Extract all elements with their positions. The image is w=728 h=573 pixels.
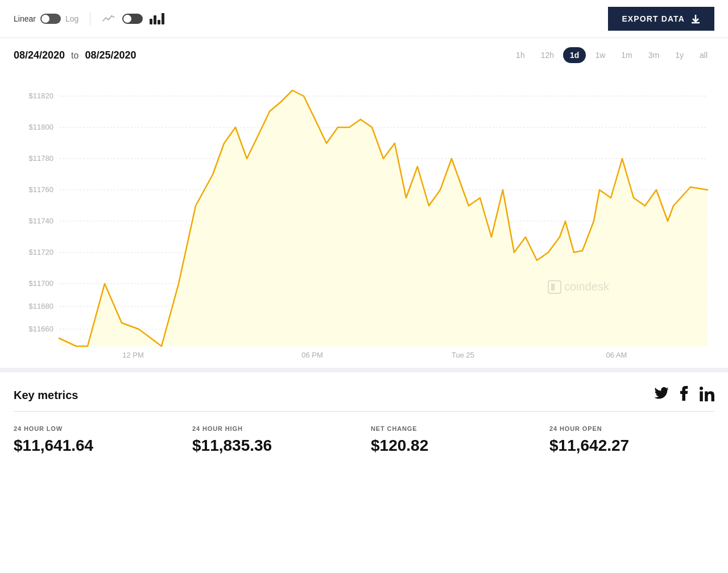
svg-text:$11720: $11720 — [29, 248, 53, 256]
svg-text:$11780: $11780 — [29, 154, 53, 163]
chart-area: .grid-line { stroke: #e0e0e8; stroke-wid… — [0, 68, 728, 363]
svg-rect-25 — [551, 284, 555, 290]
metric-24h-high: 24 HOUR HIGH $11,835.36 — [192, 425, 357, 455]
date-from: 08/24/2020 — [14, 49, 65, 61]
svg-text:06 AM: 06 AM — [606, 351, 627, 359]
log-label: Log — [65, 14, 78, 23]
metric-24h-high-value: $11,835.36 — [192, 437, 357, 455]
date-to: 08/25/2020 — [85, 49, 136, 61]
date-range: 08/24/2020 to 08/25/2020 — [14, 49, 136, 61]
metric-24h-open: 24 HOUR OPEN $11,642.27 — [549, 425, 714, 455]
time-selector: 1h 12h 1d 1w 1m 3m 1y all — [509, 47, 714, 63]
chart-fill-toggle[interactable] — [122, 14, 143, 24]
metric-24h-low-value: $11,641.64 — [14, 437, 179, 455]
toolbar: Linear Log EXPORT DATA — [0, 0, 728, 38]
svg-text:$11800: $11800 — [29, 123, 53, 131]
metrics-divider — [14, 411, 714, 412]
line-chart-icon[interactable] — [102, 13, 115, 24]
download-icon — [690, 14, 701, 24]
svg-text:06 PM: 06 PM — [301, 351, 323, 359]
time-btn-1m[interactable]: 1m — [614, 47, 639, 63]
svg-text:$11680: $11680 — [29, 302, 53, 310]
chart-controls: 08/24/2020 to 08/25/2020 1h 12h 1d 1w 1m… — [0, 38, 728, 68]
export-button[interactable]: EXPORT DATA — [608, 7, 714, 31]
chart-svg-container: .grid-line { stroke: #e0e0e8; stroke-wid… — [14, 68, 714, 363]
time-btn-3m[interactable]: 3m — [642, 47, 666, 63]
linkedin-icon[interactable] — [700, 387, 714, 404]
time-btn-all[interactable]: all — [693, 47, 714, 63]
metric-net-change-label: NET CHANGE — [371, 425, 536, 432]
key-metrics-header: Key metrics — [14, 386, 714, 404]
time-btn-1h[interactable]: 1h — [509, 47, 532, 63]
svg-text:Tue 25: Tue 25 — [452, 351, 474, 359]
toolbar-left: Linear Log — [14, 12, 164, 26]
metric-net-change: NET CHANGE $120.82 — [371, 425, 536, 455]
linear-log-toggle[interactable]: Linear Log — [14, 14, 78, 24]
price-chart-svg: .grid-line { stroke: #e0e0e8; stroke-wid… — [14, 68, 714, 363]
svg-text:coindesk: coindesk — [564, 280, 610, 293]
key-metrics-section: Key metrics 24 HOUR — [0, 372, 728, 455]
bar-chart-icon[interactable] — [150, 13, 164, 24]
facebook-icon[interactable] — [680, 386, 688, 404]
time-btn-1w[interactable]: 1w — [588, 47, 612, 63]
toggle-switch[interactable] — [40, 14, 61, 24]
svg-text:$11740: $11740 — [29, 217, 53, 225]
twitter-icon[interactable] — [654, 387, 669, 403]
metric-24h-low: 24 HOUR LOW $11,641.64 — [14, 425, 179, 455]
section-separator — [0, 368, 728, 372]
svg-text:$11660: $11660 — [29, 325, 53, 333]
time-btn-1d[interactable]: 1d — [563, 47, 586, 63]
svg-text:$11700: $11700 — [29, 279, 53, 288]
metric-24h-high-label: 24 HOUR HIGH — [192, 425, 357, 432]
svg-text:12 PM: 12 PM — [122, 351, 144, 359]
chart-type-icons — [102, 13, 164, 24]
social-icons — [654, 386, 714, 404]
metric-24h-open-value: $11,642.27 — [549, 437, 714, 455]
metric-24h-open-label: 24 HOUR OPEN — [549, 425, 714, 432]
export-label: EXPORT DATA — [622, 14, 685, 23]
linear-label: Linear — [14, 14, 36, 23]
svg-text:$11760: $11760 — [29, 185, 53, 194]
time-btn-12h[interactable]: 12h — [534, 47, 561, 63]
metric-24h-low-label: 24 HOUR LOW — [14, 425, 179, 432]
metric-net-change-value: $120.82 — [371, 437, 536, 455]
svg-text:$11820: $11820 — [29, 92, 53, 100]
date-to-label: to — [71, 51, 78, 60]
time-btn-1y[interactable]: 1y — [668, 47, 690, 63]
key-metrics-title: Key metrics — [14, 389, 78, 402]
metrics-grid: 24 HOUR LOW $11,641.64 24 HOUR HIGH $11,… — [14, 425, 714, 455]
divider — [90, 12, 90, 26]
